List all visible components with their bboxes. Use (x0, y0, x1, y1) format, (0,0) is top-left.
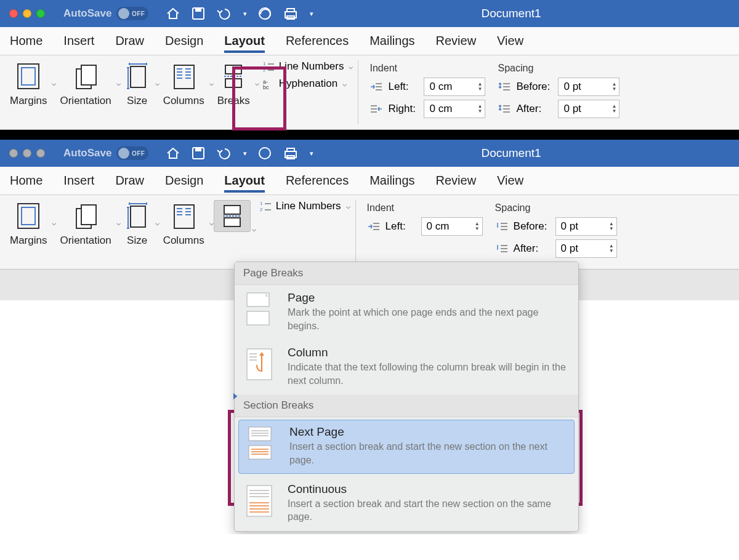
columns-button[interactable]: Columns (160, 200, 208, 248)
svg-text:1: 1 (260, 201, 263, 206)
svg-rect-7 (22, 68, 35, 85)
size-button[interactable]: Size (121, 200, 154, 248)
tab-home[interactable]: Home (10, 174, 42, 188)
tab-draw[interactable]: Draw (115, 174, 144, 188)
svg-rect-4 (287, 9, 294, 12)
close-window-button-inactive[interactable] (9, 149, 18, 158)
undo-icon[interactable] (216, 146, 232, 160)
ribbon-tabs: Home Insert Draw Design Layout Reference… (0, 27, 739, 55)
home-icon[interactable] (166, 6, 180, 21)
tab-mailings[interactable]: Mailings (370, 174, 414, 188)
indent-left-input[interactable]: 0 cm▲▼ (421, 217, 483, 236)
breaks-dropdown-menu: Page Breaks Page Mark the point at which… (234, 262, 579, 532)
menu-item-next-page[interactable]: Next Page Insert a section break and sta… (238, 420, 575, 473)
qat-customize-dropdown[interactable]: ▾ (310, 10, 313, 18)
redo-icon[interactable] (258, 7, 272, 20)
tab-design[interactable]: Design (165, 174, 203, 188)
autosave-label-2: AutoSave (63, 147, 111, 159)
save-icon[interactable] (192, 146, 205, 160)
svg-rect-50 (81, 205, 96, 225)
minimize-window-button[interactable] (23, 9, 31, 18)
undo-icon[interactable] (216, 7, 232, 20)
menu-item-page[interactable]: Page Mark the point at which one page en… (235, 285, 578, 340)
svg-text:1: 1 (263, 61, 266, 66)
tab-view[interactable]: View (497, 34, 523, 48)
orientation-button[interactable]: Orientation (56, 60, 115, 108)
close-window-button[interactable] (9, 9, 18, 18)
titlebar: AutoSave OFF ▾ ▾ Document1 (0, 0, 739, 27)
svg-rect-51 (131, 206, 145, 227)
window-top: AutoSave OFF ▾ ▾ Document1 Home Insert D… (0, 0, 739, 130)
autosave-toggle-2[interactable]: OFF (116, 146, 148, 160)
size-dropdown[interactable]: ⌵ (155, 79, 160, 87)
qat-customize-dropdown[interactable]: ▾ (310, 150, 313, 158)
next-page-break-icon (243, 425, 280, 462)
tab-layout[interactable]: Layout (224, 174, 265, 193)
svg-rect-76 (247, 311, 269, 325)
menu-item-continuous[interactable]: Continuous Insert a section break and st… (235, 476, 578, 531)
tab-view[interactable]: View (497, 174, 523, 188)
breaks-button-active[interactable] (214, 200, 251, 232)
svg-rect-85 (249, 446, 271, 459)
tab-draw[interactable]: Draw (115, 34, 144, 48)
tab-references[interactable]: References (286, 34, 349, 48)
tab-insert[interactable]: Insert (63, 174, 94, 188)
spacing-after-input[interactable]: 0 pt▲▼ (558, 100, 620, 118)
margins-button[interactable]: Margins (6, 60, 50, 108)
tab-home[interactable]: Home (10, 34, 42, 48)
undo-dropdown[interactable]: ▾ (243, 10, 247, 18)
page-breaks-header: Page Breaks (235, 262, 578, 285)
spacing-before-input[interactable]: 0 pt▲▼ (555, 217, 617, 236)
undo-dropdown[interactable]: ▾ (243, 150, 247, 158)
orientation-dropdown[interactable]: ⌵ (116, 79, 121, 87)
continuous-break-icon (241, 482, 278, 519)
svg-rect-9 (81, 65, 96, 85)
indent-left-icon (370, 82, 383, 92)
titlebar-2: AutoSave OFF ▾ ▾ Document1 (0, 140, 739, 167)
minimize-window-button-inactive[interactable] (23, 149, 31, 158)
tab-review[interactable]: Review (436, 174, 477, 188)
orientation-button[interactable]: Orientation (56, 200, 115, 248)
section-breaks-header: Section Breaks (235, 394, 578, 417)
tab-review[interactable]: Review (436, 34, 477, 48)
indent-right-input[interactable]: 0 cm▲▼ (424, 100, 485, 118)
svg-rect-48 (22, 207, 35, 225)
tab-references[interactable]: References (286, 174, 349, 188)
size-button[interactable]: Size (121, 60, 154, 108)
tab-mailings[interactable]: Mailings (370, 34, 414, 48)
indent-left-input[interactable]: 0 cm▲▼ (424, 78, 485, 96)
spacing-after-input[interactable]: 0 pt▲▼ (555, 239, 617, 258)
page-break-icon (241, 291, 278, 328)
tab-layout[interactable]: Layout (224, 34, 265, 53)
home-icon[interactable] (166, 146, 180, 161)
maximize-window-button-inactive[interactable] (36, 149, 45, 158)
breaks-button[interactable]: Breaks (214, 60, 254, 108)
spacing-before-input[interactable]: 0 pt▲▼ (558, 78, 620, 96)
save-icon[interactable] (192, 7, 205, 20)
autosave-toggle[interactable]: OFF (116, 7, 148, 20)
columns-dropdown[interactable]: ⌵ (209, 79, 214, 87)
print-icon[interactable] (283, 7, 299, 20)
svg-rect-10 (131, 66, 145, 87)
tab-insert[interactable]: Insert (63, 34, 94, 48)
svg-rect-21 (225, 79, 241, 87)
breaks-dropdown[interactable]: ⌵ (255, 79, 259, 87)
before-label: Before: (516, 81, 553, 93)
print-icon[interactable] (283, 146, 299, 160)
document-title: Document1 (481, 7, 541, 20)
line-numbers-button[interactable]: 12 Line Numbers ⌵ (260, 200, 350, 212)
columns-button[interactable]: Columns (160, 60, 208, 108)
indent-label: Indent (370, 63, 485, 74)
redo-icon[interactable] (258, 146, 272, 160)
spacing-label: Spacing (498, 63, 620, 74)
svg-point-43 (259, 148, 270, 159)
line-numbers-button[interactable]: 12 Line Numbers ⌵ (263, 60, 353, 73)
svg-rect-45 (287, 148, 294, 151)
margins-dropdown[interactable]: ⌵ (52, 79, 56, 87)
hyphenation-button[interactable]: a-bc Hyphenation ⌵ (263, 78, 353, 90)
maximize-window-button[interactable] (36, 9, 45, 18)
menu-item-column[interactable]: Column Indicate that the text following … (235, 340, 578, 394)
margins-button[interactable]: Margins (6, 200, 50, 248)
ribbon-tabs-2: Home Insert Draw Design Layout Reference… (0, 167, 739, 195)
tab-design[interactable]: Design (165, 34, 203, 48)
